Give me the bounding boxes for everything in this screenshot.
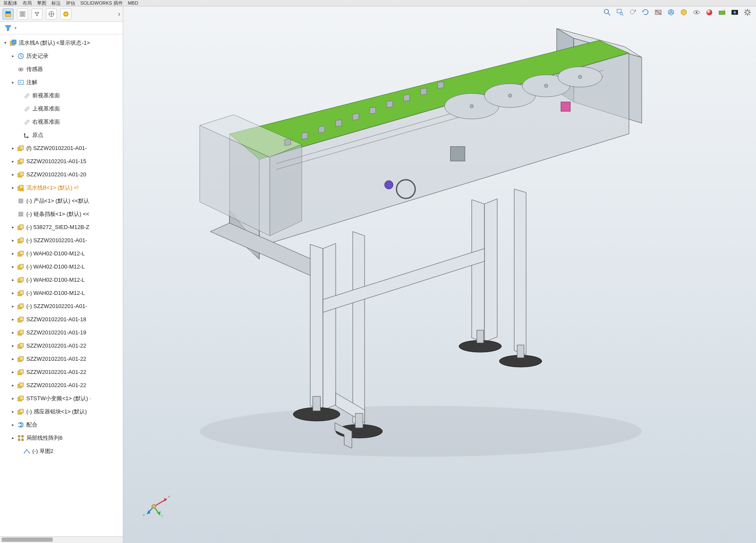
tree-node-label: STSTW小变频<1> (默认) · <box>26 395 120 402</box>
tree-node[interactable]: ▸SZZW20102201-A01-22 <box>0 352 123 365</box>
expander-icon[interactable]: ▸ <box>10 304 15 309</box>
expander-icon[interactable]: ▸ <box>10 317 15 322</box>
expander-icon[interactable]: ▸ <box>10 159 15 164</box>
tree-node[interactable]: ▸SZZW20102201-A01-20 <box>0 168 123 181</box>
tree-node[interactable]: ▸STSTW小变频<1> (默认) · <box>0 392 123 405</box>
scrollbar-thumb[interactable] <box>2 537 53 542</box>
svg-rect-70 <box>24 452 25 453</box>
svg-rect-27 <box>20 172 23 176</box>
tree-node[interactable]: ▸SZZW20102201-A01-18 <box>0 313 123 326</box>
menu-tab[interactable]: 布局 <box>23 0 32 6</box>
tree-node-label: 上视基准面 <box>32 105 120 113</box>
dimxpert-manager-tab[interactable] <box>46 8 57 20</box>
tree-node[interactable]: (-) 产品<1> (默认) <<默认 <box>0 194 123 207</box>
tree-node[interactable]: ▸(-) 538272_SIED-M12B-Z <box>0 221 123 234</box>
part-icon <box>17 408 25 416</box>
expander-icon[interactable]: ▸ <box>10 291 15 296</box>
tree-node[interactable]: ▸(-) WAH02-D100-M12-L <box>0 247 123 260</box>
expander-icon[interactable]: ▸ <box>10 172 15 177</box>
expander-icon[interactable]: ▸ <box>10 264 15 269</box>
orientation-triad[interactable]: x y z <box>140 483 174 517</box>
menu-tab[interactable]: 装配体 <box>3 0 17 6</box>
tree-node[interactable]: ▸(f) SZZW20102201-A01- <box>0 141 123 155</box>
expander-icon[interactable]: ▸ <box>10 330 15 335</box>
expander-icon[interactable]: ▸ <box>10 185 15 190</box>
tree-node[interactable]: ▸局部线性阵列6 <box>0 431 123 444</box>
tree-node[interactable]: ▸配合 <box>0 418 123 431</box>
tree-node-label: 局部线性阵列6 <box>26 434 120 442</box>
part-icon <box>17 342 25 350</box>
tree-node[interactable]: ▸SZZW20102201-A01-22 <box>0 339 123 352</box>
menu-tab[interactable]: MBD <box>128 0 138 6</box>
tree-node[interactable]: ▸(-) WAH02-D100-M12-L <box>0 286 123 300</box>
subpart-icon <box>17 210 25 218</box>
expander-icon[interactable]: ▸ <box>10 370 15 375</box>
menu-tab[interactable]: SOLIDWORKS 插件 <box>80 0 123 6</box>
expander-icon[interactable]: ▸ <box>10 422 15 427</box>
expander-icon[interactable]: ▸ <box>10 409 15 414</box>
expander-icon[interactable]: ▸ <box>10 343 15 348</box>
expander-icon[interactable]: ▸ <box>10 277 15 283</box>
tree-node[interactable]: 前视基准面 <box>0 89 123 102</box>
expander-icon[interactable]: ▸ <box>10 146 15 151</box>
tree-node[interactable]: ▸SZZW20102201-A01-19 <box>0 326 123 339</box>
expander-icon[interactable]: ▸ <box>10 356 15 362</box>
tree-node[interactable]: ▸(-) SZZW20102201-A01- <box>0 234 123 247</box>
tree-node[interactable]: 上视基准面 <box>0 102 123 115</box>
tree-node[interactable]: ▸SZZW20102201-A01-22 <box>0 365 123 379</box>
tree-node[interactable]: (-) 草图2 <box>0 444 123 458</box>
svg-point-96 <box>200 406 642 457</box>
tree-node[interactable]: ▸SZZW20102201-A01-15 <box>0 155 123 168</box>
svg-point-125 <box>544 84 548 88</box>
display-manager-tab[interactable] <box>60 8 71 20</box>
svg-rect-43 <box>20 264 23 268</box>
filter-dropdown-icon[interactable]: ▾ <box>14 25 17 30</box>
svg-text:!: ! <box>22 188 23 191</box>
tree-root[interactable]: ▾ 流水线A (默认) <显示状态-1> <box>0 36 123 49</box>
expander-icon[interactable]: ▸ <box>10 225 15 230</box>
svg-rect-117 <box>421 88 427 95</box>
more-managers-chevron-icon[interactable]: › <box>118 10 120 18</box>
svg-marker-137 <box>353 232 365 427</box>
expander-icon[interactable]: ▸ <box>10 80 15 85</box>
expander-icon[interactable]: ▾ <box>3 40 8 45</box>
tree-horizontal-scrollbar[interactable] <box>0 536 123 543</box>
tree-node-label: (-) 感应器铝块<1> (默认) <box>26 408 120 416</box>
expander-icon[interactable]: ▸ <box>10 383 15 388</box>
expander-icon[interactable]: ▸ <box>10 251 15 256</box>
tree-node[interactable]: ▸(-) WAH02-D100-M12-L <box>0 273 123 286</box>
svg-rect-25 <box>20 159 23 163</box>
tree-node[interactable]: 传感器 <box>0 62 123 76</box>
svg-rect-55 <box>20 343 23 347</box>
svg-rect-37 <box>20 225 23 229</box>
feature-tree[interactable]: ▾ 流水线A (默认) <显示状态-1> ▸历史记录传感器▸A注解前视基准面上视… <box>0 34 123 536</box>
tree-node[interactable]: ▸(-) SZZW20102201-A01- <box>0 300 123 313</box>
tree-node[interactable]: ▸A注解 <box>0 76 123 89</box>
property-manager-tab[interactable] <box>17 8 28 20</box>
menu-tab[interactable]: 评估 <box>66 0 75 6</box>
filter-icon[interactable] <box>3 23 13 33</box>
tree-node-label: SZZW20102201-A01-22 <box>26 356 120 362</box>
tree-node[interactable]: ▸(-) WAH02-D100-M12-L <box>0 260 123 273</box>
tree-node[interactable]: ▸SZZW20102201-A01-22 <box>0 379 123 392</box>
tree-filter-row: ▾ <box>0 22 123 34</box>
expander-icon[interactable]: ▸ <box>10 436 15 441</box>
tree-node[interactable]: 原点 <box>0 128 123 141</box>
tree-node[interactable]: (-) 链条挡板<1> (默认) << <box>0 207 123 221</box>
part-icon <box>17 303 25 310</box>
expander-icon[interactable]: ▸ <box>10 54 15 59</box>
expander-icon[interactable]: ▸ <box>10 396 15 401</box>
graphics-viewport[interactable]: x y z <box>123 6 756 543</box>
feature-manager-tab[interactable] <box>3 8 14 20</box>
tree-node[interactable]: ▸!流水线B<1> (默认) <! <box>0 181 123 194</box>
command-manager-tabs[interactable]: 装配体 布局 草图 标注 评估 SOLIDWORKS 插件 MBD <box>0 0 756 6</box>
tree-node[interactable]: ▸(-) 感应器铝块<1> (默认) <box>0 405 123 418</box>
svg-rect-109 <box>285 139 291 146</box>
tree-node[interactable]: ▸历史记录 <box>0 49 123 62</box>
svg-rect-23 <box>20 146 23 150</box>
expander-icon[interactable]: ▸ <box>10 238 15 243</box>
menu-tab[interactable]: 标注 <box>51 0 61 6</box>
configuration-manager-tab[interactable] <box>31 8 42 20</box>
menu-tab[interactable]: 草图 <box>37 0 46 6</box>
tree-node[interactable]: 右视基准面 <box>0 115 123 128</box>
